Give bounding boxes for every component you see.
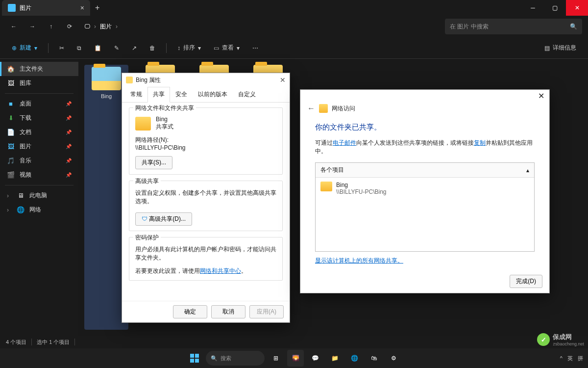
- copy-link[interactable]: 复制: [474, 139, 486, 146]
- back-button[interactable]: ←: [307, 104, 315, 113]
- minimize-button[interactable]: ─: [522, 0, 544, 16]
- back-button[interactable]: ←: [6, 19, 22, 34]
- new-tab-button[interactable]: +: [90, 3, 104, 12]
- pin-icon: 📌: [66, 158, 72, 163]
- show-all-shares-link[interactable]: 显示该计算机上的所有网络共享。: [315, 257, 403, 264]
- taskbar-store[interactable]: 🛍: [366, 350, 382, 367]
- start-button[interactable]: [186, 350, 203, 367]
- watermark-url: zsbaocheng.net: [553, 342, 584, 346]
- dialog-header: ← 网络访问: [300, 102, 549, 118]
- maximize-button[interactable]: ▢: [544, 0, 566, 16]
- tab-customize[interactable]: 自定义: [233, 87, 261, 102]
- taskbar-explorer[interactable]: 📁: [326, 350, 343, 367]
- tab-previous-versions[interactable]: 以前的版本: [193, 87, 233, 102]
- svg-rect-2: [190, 359, 194, 363]
- copy-button[interactable]: ⧉: [72, 42, 86, 54]
- dialog-titlebar[interactable]: ✕: [300, 90, 549, 102]
- new-button[interactable]: ⊕ 新建 ▾: [7, 41, 42, 55]
- breadcrumb[interactable]: 🖵 › 图片 ›: [84, 23, 118, 31]
- ok-button[interactable]: 确定: [173, 305, 207, 318]
- separator: [74, 339, 75, 345]
- email-link[interactable]: 电子邮件: [333, 139, 356, 146]
- share-button[interactable]: 共享(S)...: [135, 156, 172, 169]
- window-controls: ─ ▢ ✕: [522, 0, 588, 16]
- forward-button[interactable]: →: [24, 19, 40, 34]
- item-path[interactable]: \\BILLYFU-PC\Bing: [336, 188, 386, 195]
- folder-icon: [135, 117, 151, 131]
- sidebar-item-home[interactable]: 🏠主文件夹: [0, 62, 78, 76]
- tab-close-icon[interactable]: ×: [80, 4, 84, 12]
- task-view-button[interactable]: ⊞: [268, 350, 284, 367]
- dialog-footer: 确定 取消 应用(A): [122, 301, 290, 322]
- taskbar-app[interactable]: 💬: [307, 350, 323, 367]
- sidebar-item-desktop[interactable]: ■桌面📌: [0, 97, 78, 111]
- more-button[interactable]: ⋯: [247, 42, 263, 54]
- music-icon: 🎵: [7, 157, 15, 165]
- details-pane-button[interactable]: ▤ 详细信息: [539, 41, 581, 55]
- svg-rect-1: [195, 354, 199, 358]
- properties-dialog: Bing 属性 ✕ 常规 共享 安全 以前的版本 自定义 网络文件和文件夹共享 …: [122, 73, 290, 323]
- window-tab[interactable]: 图片 ×: [2, 0, 90, 16]
- group-password-protect: 密码保护 用户必须具有此计算机的用户帐户和密码，才能访问共享文件夹。 若要更改此…: [129, 237, 283, 281]
- share-folder-icon: [319, 104, 328, 113]
- copy-icon: ⧉: [77, 45, 81, 52]
- pc-icon: 🖥: [17, 192, 24, 200]
- tab-security[interactable]: 安全: [170, 87, 193, 102]
- close-icon[interactable]: ✕: [538, 91, 544, 101]
- sidebar: 🏠主文件夹 🖼图库 ■桌面📌 ⬇下载📌 📄文档📌 🖼图片📌 🎵音乐📌 🎬视频📌 …: [0, 59, 78, 336]
- close-button[interactable]: ✕: [566, 0, 588, 16]
- cancel-button[interactable]: 取消: [211, 305, 245, 318]
- dialog-body: 网络文件和文件夹共享 Bing 共享式 网络路径(N): \\BILLYFU-P…: [122, 103, 290, 301]
- items-header[interactable]: 各个项目 ▴: [316, 163, 534, 178]
- network-icon: 🌐: [17, 206, 24, 214]
- taskbar-settings[interactable]: ⚙: [385, 350, 402, 367]
- sidebar-item-gallery[interactable]: 🖼图库: [0, 76, 78, 90]
- search-icon: 🔍: [570, 23, 577, 30]
- crumb-pictures[interactable]: 图片: [100, 23, 112, 31]
- sidebar-item-thispc[interactable]: ›🖥此电脑: [0, 188, 78, 203]
- tab-general[interactable]: 常规: [125, 87, 147, 102]
- sort-button[interactable]: ↕ 排序 ▾: [172, 41, 206, 55]
- apply-button[interactable]: 应用(A): [249, 305, 284, 318]
- group-network-sharing: 网络文件和文件夹共享 Bing 共享式 网络路径(N): \\BILLYFU-P…: [129, 107, 283, 175]
- dialog-titlebar[interactable]: Bing 属性 ✕: [122, 73, 290, 87]
- rename-button[interactable]: ✎: [109, 42, 124, 54]
- sidebar-item-downloads[interactable]: ⬇下载📌: [0, 111, 78, 125]
- paste-button[interactable]: 📋: [89, 42, 106, 54]
- shared-item-row[interactable]: Bing \\BILLYFU-PC\Bing: [316, 178, 534, 251]
- network-center-link[interactable]: 网络和共享中心: [200, 267, 241, 274]
- ime-indicator[interactable]: 拼: [578, 355, 583, 362]
- folder-icon: [126, 77, 133, 83]
- sidebar-item-documents[interactable]: 📄文档📌: [0, 125, 78, 139]
- taskbar-app[interactable]: 🌄: [287, 350, 304, 367]
- done-button[interactable]: 完成(D): [510, 275, 542, 288]
- advanced-share-button[interactable]: 🛡 高级共享(D)...: [135, 212, 192, 226]
- taskbar-search[interactable]: 🔍搜索: [206, 351, 265, 366]
- taskbar-edge[interactable]: 🌐: [346, 350, 363, 367]
- address-bar: ← → ↑ ⟳ 🖵 › 图片 › 在 图片 中搜索 🔍: [0, 16, 588, 37]
- search-input[interactable]: 在 图片 中搜索 🔍: [445, 19, 582, 34]
- close-icon[interactable]: ✕: [280, 76, 286, 84]
- sidebar-item-pictures[interactable]: 🖼图片📌: [0, 139, 78, 154]
- share-button[interactable]: ↗: [127, 42, 142, 54]
- up-button[interactable]: ↑: [43, 19, 59, 34]
- lang-indicator[interactable]: 英: [567, 355, 573, 362]
- pictures-icon: [8, 4, 16, 12]
- chevron-down-icon: ▾: [34, 45, 37, 52]
- home-icon: 🏠: [7, 65, 15, 73]
- sidebar-item-network[interactable]: ›🌐网络: [0, 203, 78, 217]
- dialog-footer: 完成(D): [300, 270, 549, 293]
- sidebar-item-videos[interactable]: 🎬视频📌: [0, 168, 78, 182]
- sidebar-item-music[interactable]: 🎵音乐📌: [0, 154, 78, 168]
- chevron-down-icon: ▾: [198, 45, 201, 52]
- pin-icon: 📌: [66, 144, 72, 149]
- chevron-up-icon[interactable]: ^: [560, 355, 563, 361]
- system-tray[interactable]: ^ 英 拼: [560, 355, 583, 362]
- refresh-button[interactable]: ⟳: [62, 19, 77, 34]
- document-icon: 📄: [7, 129, 15, 136]
- cut-button[interactable]: ✂: [54, 42, 69, 54]
- view-button[interactable]: ▭ 查看 ▾: [209, 41, 245, 55]
- chevron-up-icon: ▴: [526, 167, 529, 174]
- delete-button[interactable]: 🗑: [145, 42, 160, 54]
- tab-sharing[interactable]: 共享: [147, 87, 170, 103]
